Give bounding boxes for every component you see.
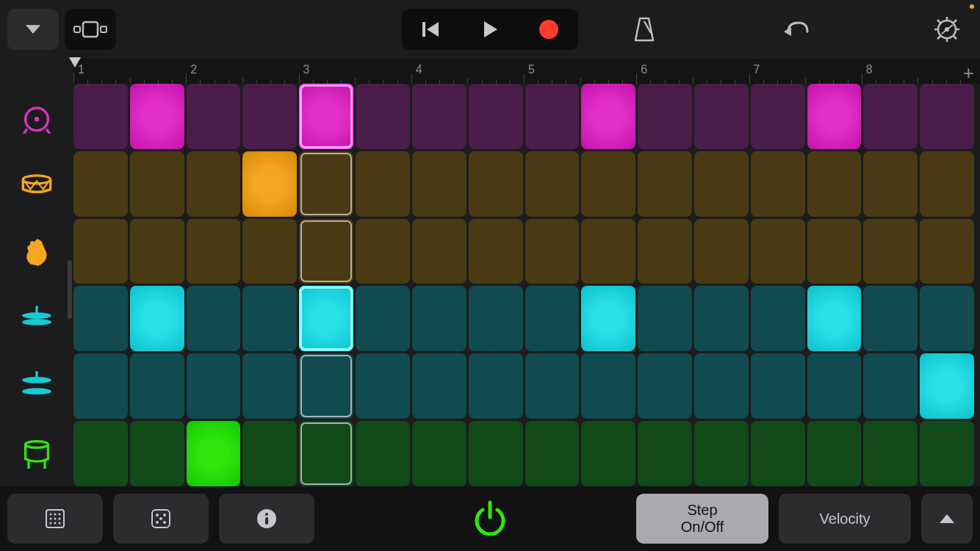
play-button[interactable]: [461, 9, 519, 50]
step-cell[interactable]: [469, 84, 523, 149]
step-cell[interactable]: [920, 421, 974, 486]
patterns-button[interactable]: [7, 494, 103, 544]
track-snare-button[interactable]: [0, 151, 73, 217]
step-cell[interactable]: [525, 421, 580, 486]
step-cell[interactable]: [751, 84, 805, 149]
step-cell[interactable]: [751, 219, 805, 284]
step-cell[interactable]: [469, 353, 523, 419]
step-cell[interactable]: [863, 421, 918, 486]
step-cell[interactable]: [469, 421, 523, 486]
step-cell[interactable]: [920, 84, 974, 149]
track-kick-button[interactable]: [0, 84, 73, 151]
step-cell[interactable]: [187, 219, 241, 284]
step-cell[interactable]: [863, 353, 918, 419]
step-cell[interactable]: [638, 286, 692, 351]
step-cell[interactable]: [73, 286, 128, 351]
step-cell[interactable]: [299, 84, 353, 149]
step-cell[interactable]: [130, 421, 184, 486]
step-cell[interactable]: [299, 219, 353, 284]
step-cell[interactable]: [694, 151, 749, 217]
step-cell[interactable]: [807, 84, 862, 149]
add-bar-button[interactable]: +: [963, 62, 974, 84]
step-cell[interactable]: [694, 219, 749, 284]
step-cell[interactable]: [242, 84, 297, 149]
step-cell[interactable]: [130, 353, 184, 419]
step-cell[interactable]: [920, 151, 974, 217]
step-cell[interactable]: [412, 421, 466, 486]
record-button[interactable]: [519, 9, 578, 50]
step-cell[interactable]: [694, 286, 749, 351]
step-cell[interactable]: [525, 151, 580, 217]
step-cell[interactable]: [73, 421, 128, 486]
step-cell[interactable]: [130, 84, 184, 149]
step-cell[interactable]: [242, 219, 297, 284]
track-closed-hat-button[interactable]: [0, 285, 73, 352]
expand-button[interactable]: [921, 494, 973, 544]
step-cell[interactable]: [807, 421, 862, 486]
step-cell[interactable]: [863, 84, 918, 149]
step-cell[interactable]: [73, 219, 128, 284]
step-cell[interactable]: [694, 421, 749, 486]
randomize-button[interactable]: [113, 494, 209, 544]
step-cell[interactable]: [920, 286, 974, 351]
step-cell[interactable]: [412, 151, 466, 217]
step-cell[interactable]: [356, 421, 410, 486]
view-mode-button[interactable]: [65, 9, 116, 50]
step-cell[interactable]: [299, 151, 353, 217]
step-cell[interactable]: [751, 421, 805, 486]
step-cell[interactable]: [638, 353, 692, 419]
step-cell[interactable]: [242, 151, 297, 217]
step-cell[interactable]: [187, 84, 241, 149]
step-cell[interactable]: [863, 286, 918, 351]
step-cell[interactable]: [581, 151, 635, 217]
step-cell[interactable]: [412, 286, 466, 351]
step-cell[interactable]: [863, 219, 918, 284]
step-cell[interactable]: [525, 286, 580, 351]
step-cell[interactable]: [242, 286, 297, 351]
step-cell[interactable]: [242, 353, 297, 419]
step-cell[interactable]: [469, 151, 523, 217]
track-clap-button[interactable]: [0, 218, 73, 285]
step-cell[interactable]: [920, 353, 974, 419]
step-cell[interactable]: [356, 286, 410, 351]
step-cell[interactable]: [356, 151, 410, 217]
step-cell[interactable]: [807, 151, 862, 217]
velocity-button[interactable]: Velocity: [779, 494, 911, 544]
step-cell[interactable]: [299, 353, 353, 419]
step-cell[interactable]: [581, 219, 635, 284]
step-cell[interactable]: [356, 219, 410, 284]
step-cell[interactable]: [356, 353, 410, 419]
track-tom-button[interactable]: [0, 419, 73, 486]
step-cell[interactable]: [73, 151, 128, 217]
timeline-ruler[interactable]: 12345678 +: [73, 59, 980, 84]
step-cell[interactable]: [638, 421, 692, 486]
step-cell[interactable]: [638, 84, 692, 149]
step-cell[interactable]: [412, 353, 466, 419]
step-cell[interactable]: [73, 84, 128, 149]
step-cell[interactable]: [187, 151, 241, 217]
step-cell[interactable]: [242, 421, 297, 486]
step-cell[interactable]: [863, 151, 918, 217]
step-cell[interactable]: [130, 286, 184, 351]
step-cell[interactable]: [130, 219, 184, 284]
step-cell[interactable]: [299, 421, 353, 486]
step-cell[interactable]: [525, 84, 580, 149]
step-cell[interactable]: [581, 84, 635, 149]
step-cell[interactable]: [469, 286, 523, 351]
browser-dropdown-button[interactable]: [7, 9, 59, 50]
step-cell[interactable]: [187, 353, 241, 419]
step-cell[interactable]: [412, 219, 466, 284]
step-cell[interactable]: [638, 151, 692, 217]
step-cell[interactable]: [130, 151, 184, 217]
step-cell[interactable]: [299, 286, 353, 351]
step-cell[interactable]: [469, 219, 523, 284]
step-cell[interactable]: [525, 353, 580, 419]
power-button[interactable]: [468, 497, 512, 541]
step-cell[interactable]: [694, 84, 749, 149]
step-cell[interactable]: [412, 84, 466, 149]
step-cell[interactable]: [807, 219, 862, 284]
settings-button[interactable]: [921, 15, 973, 43]
info-button[interactable]: [219, 494, 314, 544]
step-cell[interactable]: [751, 353, 805, 419]
step-cell[interactable]: [356, 84, 410, 149]
